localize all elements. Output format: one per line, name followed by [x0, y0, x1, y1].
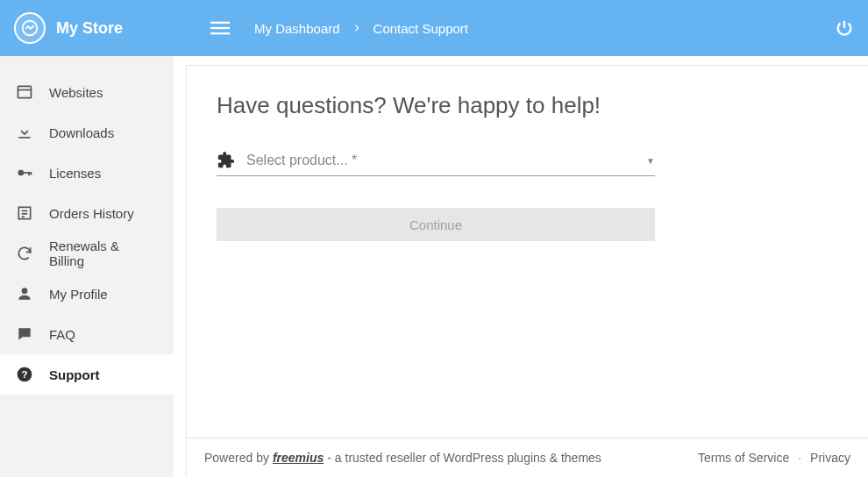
footer: Powered by freemius - a trusted reseller…	[187, 438, 868, 477]
sidebar-item-label: Websites	[49, 85, 103, 100]
store-logo[interactable]	[14, 12, 46, 44]
page-title: Have questions? We're happy to help!	[217, 92, 838, 119]
chat-icon	[16, 325, 33, 343]
svg-point-15	[22, 288, 28, 294]
sidebar-item-renewals[interactable]: Renewals & Billing	[0, 233, 174, 274]
menu-icon[interactable]	[210, 18, 230, 38]
sidebar-item-support[interactable]: ? Support	[0, 354, 174, 395]
key-icon	[16, 164, 33, 182]
svg-rect-8	[23, 172, 31, 174]
sidebar: Websites Downloads Licenses Orders Histo…	[0, 56, 174, 477]
website-icon	[16, 83, 33, 101]
help-icon: ?	[16, 366, 33, 383]
refresh-icon	[16, 245, 33, 262]
topbar: My Store My Dashboard Contact Support	[0, 0, 868, 56]
continue-button[interactable]: Continue	[217, 208, 655, 241]
sidebar-item-orders[interactable]: Orders History	[0, 193, 174, 233]
download-icon	[16, 124, 33, 141]
chevron-right-icon	[352, 24, 361, 32]
sidebar-item-label: Renewals & Billing	[49, 238, 158, 268]
footer-tagline: - a trusted reseller of WordPress plugin…	[327, 451, 601, 465]
svg-rect-1	[210, 22, 230, 24]
sidebar-item-label: Downloads	[49, 125, 114, 140]
svg-rect-4	[18, 86, 32, 97]
list-icon	[16, 204, 33, 222]
svg-rect-10	[31, 172, 32, 174]
footer-brand-link[interactable]: freemius	[273, 451, 324, 465]
product-select[interactable]: Select product... * ▼	[217, 151, 655, 176]
footer-powered-by: Powered by	[204, 451, 269, 465]
svg-text:?: ?	[21, 368, 27, 380]
breadcrumb-current[interactable]: Contact Support	[374, 21, 468, 36]
svg-rect-6	[18, 137, 30, 139]
footer-terms-link[interactable]: Terms of Service	[698, 451, 789, 465]
footer-privacy-link[interactable]: Privacy	[810, 451, 850, 465]
svg-rect-3	[210, 32, 230, 34]
store-name: My Store	[56, 19, 123, 38]
sidebar-item-label: Licenses	[49, 166, 101, 181]
person-icon	[16, 285, 33, 303]
svg-rect-9	[28, 172, 30, 175]
sidebar-item-licenses[interactable]: Licenses	[0, 153, 174, 193]
svg-point-7	[18, 170, 25, 176]
sidebar-item-label: Support	[49, 367, 100, 382]
sidebar-item-profile[interactable]: My Profile	[0, 274, 174, 314]
sidebar-item-websites[interactable]: Websites	[0, 72, 174, 112]
breadcrumb: My Dashboard Contact Support	[254, 21, 468, 36]
footer-separator: ·	[798, 451, 801, 465]
chevron-down-icon: ▼	[646, 156, 655, 166]
puzzle-icon	[217, 151, 236, 170]
select-placeholder: Select product... *	[246, 153, 636, 168]
sidebar-item-label: Orders History	[49, 206, 134, 221]
main-content: Have questions? We're happy to help! Sel…	[186, 65, 868, 477]
breadcrumb-dashboard[interactable]: My Dashboard	[254, 21, 340, 36]
power-icon[interactable]	[835, 18, 854, 38]
sidebar-item-faq[interactable]: FAQ	[0, 314, 174, 354]
sidebar-item-label: FAQ	[49, 327, 75, 342]
svg-rect-2	[210, 27, 230, 29]
sidebar-item-downloads[interactable]: Downloads	[0, 112, 174, 153]
sidebar-item-label: My Profile	[49, 287, 108, 302]
